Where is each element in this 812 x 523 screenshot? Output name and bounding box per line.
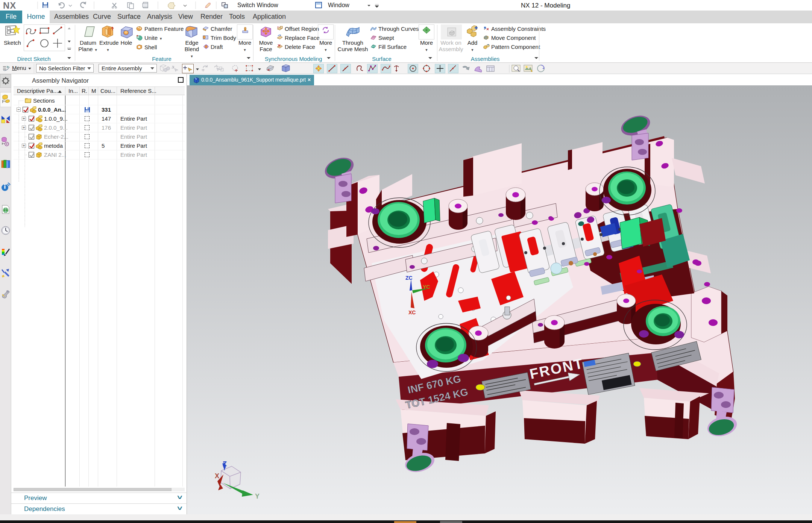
svg-text:Z: Z (223, 460, 227, 468)
svg-text:XC: XC (408, 309, 416, 315)
svg-text:ZC: ZC (405, 275, 413, 281)
svg-text:X: X (215, 472, 219, 480)
svg-text:Y: Y (255, 493, 260, 500)
